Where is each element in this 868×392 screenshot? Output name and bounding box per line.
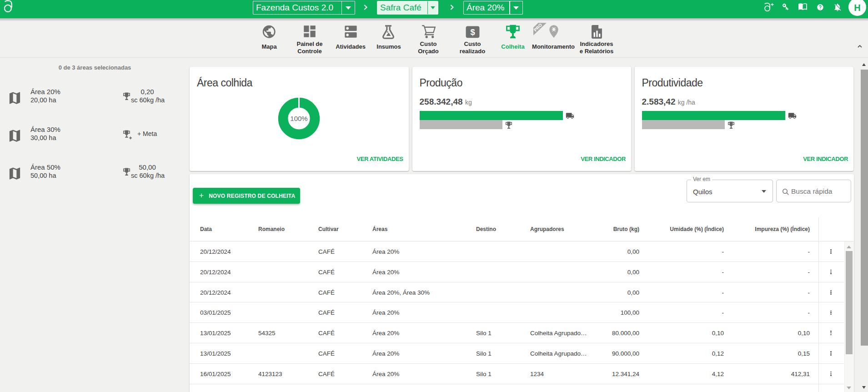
svg-text:$: $ xyxy=(470,27,475,37)
svg-text:100%: 100% xyxy=(290,115,307,122)
